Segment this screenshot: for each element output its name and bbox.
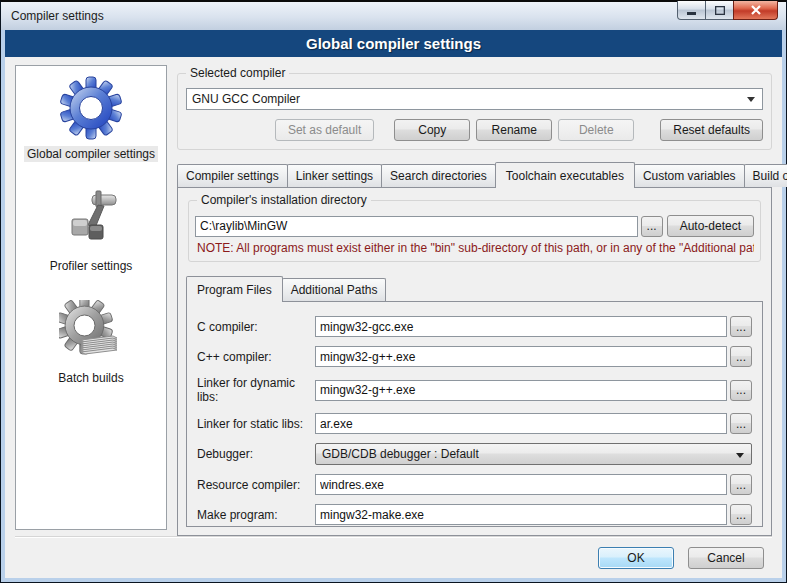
field-row-static-linker: Linker for static libs: ... <box>197 413 752 434</box>
field-label: Linker for static libs: <box>197 417 315 431</box>
program-files-panel: C compiler: ... C++ compiler: ... Linker… <box>186 301 763 527</box>
field-label: Debugger: <box>197 447 315 461</box>
installation-directory-group: Compiler's installation directory ... Au… <box>188 200 761 262</box>
field-row-dynamic-linker: Linker for dynamic libs: ... <box>197 376 752 404</box>
bin-subdirectory-note: NOTE: All programs must exist either in … <box>195 241 754 255</box>
minimize-icon <box>687 6 697 15</box>
dialog-client-area: Global compiler settings <box>5 57 782 578</box>
maximize-icon <box>715 6 725 15</box>
cpp-compiler-input[interactable] <box>315 346 727 367</box>
chevron-down-icon <box>736 453 744 458</box>
sidebar-item-label: Batch builds <box>55 370 126 386</box>
maximize-button[interactable] <box>705 1 734 20</box>
ok-button[interactable]: OK <box>598 547 674 569</box>
settings-category-list: Global compiler settings <box>15 65 167 530</box>
tab-custom-variables[interactable]: Custom variables <box>634 164 745 187</box>
dialog-footer: OK Cancel <box>15 536 772 578</box>
c-compiler-input[interactable] <box>315 316 727 337</box>
static-linker-input[interactable] <box>315 413 727 434</box>
field-row-debugger: Debugger: GDB/CDB debugger : Default <box>197 443 752 465</box>
subtab-additional-paths[interactable]: Additional Paths <box>282 278 387 301</box>
tab-toolchain-executables[interactable]: Toolchain executables <box>495 162 635 188</box>
copy-button[interactable]: Copy <box>394 119 470 141</box>
resource-compiler-input[interactable] <box>315 474 727 495</box>
c-compiler-browse-button[interactable]: ... <box>730 316 752 337</box>
make-program-input[interactable] <box>315 504 727 525</box>
static-linker-browse-button[interactable]: ... <box>730 413 752 434</box>
install-dir-input[interactable] <box>195 216 638 237</box>
close-button[interactable] <box>733 1 778 20</box>
compiler-combobox-value: GNU GCC Compiler <box>192 92 300 106</box>
dynamic-linker-browse-button[interactable]: ... <box>730 380 752 401</box>
compiler-settings-dialog: Compiler settings Global compiler settin… <box>0 0 787 583</box>
selected-compiler-legend: Selected compiler <box>186 66 289 80</box>
program-files-tabstrip: Program Files Additional Paths <box>186 276 763 301</box>
cancel-button[interactable]: Cancel <box>688 547 764 569</box>
field-label: Resource compiler: <box>197 478 315 492</box>
window-title: Compiler settings <box>1 9 104 23</box>
compiler-combobox[interactable]: GNU GCC Compiler <box>186 88 763 110</box>
compiler-gear-icon <box>59 76 123 140</box>
make-program-browse-button[interactable]: ... <box>730 504 752 525</box>
page-title: Global compiler settings <box>5 30 782 57</box>
field-label: C compiler: <box>197 320 315 334</box>
installation-directory-legend: Compiler's installation directory <box>197 193 371 207</box>
install-dir-browse-button[interactable]: ... <box>641 216 663 237</box>
title-bar[interactable]: Compiler settings <box>1 2 786 30</box>
sidebar-item-profiler-settings[interactable]: Profiler settings <box>47 188 136 274</box>
selected-compiler-group: Selected compiler GNU GCC Compiler Set a… <box>177 73 772 150</box>
profiler-caliper-icon <box>59 188 123 252</box>
tab-search-directories[interactable]: Search directories <box>381 164 496 187</box>
chevron-down-icon <box>747 97 755 102</box>
debugger-select-value: GDB/CDB debugger : Default <box>322 447 479 461</box>
resource-compiler-browse-button[interactable]: ... <box>730 474 752 495</box>
sidebar-item-label: Global compiler settings <box>24 146 158 162</box>
subtab-program-files[interactable]: Program Files <box>186 276 283 302</box>
autodetect-button[interactable]: Auto-detect <box>667 215 754 237</box>
toolchain-executables-panel: Compiler's installation directory ... Au… <box>177 187 772 536</box>
sidebar-item-global-compiler-settings[interactable]: Global compiler settings <box>24 76 158 162</box>
delete-button[interactable]: Delete <box>558 119 634 141</box>
batch-builds-icon <box>59 300 123 364</box>
sidebar-item-batch-builds[interactable]: Batch builds <box>55 300 126 386</box>
cpp-compiler-browse-button[interactable]: ... <box>730 346 752 367</box>
rename-button[interactable]: Rename <box>476 119 552 141</box>
minimize-button[interactable] <box>677 1 706 20</box>
close-icon <box>751 5 761 15</box>
tab-build-options[interactable]: Build options <box>744 164 787 187</box>
window-controls <box>678 1 778 20</box>
field-row-resource-compiler: Resource compiler: ... <box>197 474 752 495</box>
set-as-default-button[interactable]: Set as default <box>275 119 374 141</box>
field-row-cpp-compiler: C++ compiler: ... <box>197 346 752 367</box>
reset-defaults-button[interactable]: Reset defaults <box>660 119 763 141</box>
dynamic-linker-input[interactable] <box>315 380 727 401</box>
sidebar-item-label: Profiler settings <box>47 258 136 274</box>
field-label: Linker for dynamic libs: <box>197 376 315 404</box>
field-row-make-program: Make program: ... <box>197 504 752 525</box>
settings-tabstrip: Compiler settings Linker settings Search… <box>177 162 772 187</box>
field-label: C++ compiler: <box>197 350 315 364</box>
tab-linker-settings[interactable]: Linker settings <box>287 164 382 187</box>
compiler-actions: Set as default Copy Rename Delete Reset … <box>186 119 763 141</box>
field-label: Make program: <box>197 508 315 522</box>
debugger-select[interactable]: GDB/CDB debugger : Default <box>315 443 752 465</box>
tab-compiler-settings[interactable]: Compiler settings <box>177 164 288 187</box>
field-row-c-compiler: C compiler: ... <box>197 316 752 337</box>
